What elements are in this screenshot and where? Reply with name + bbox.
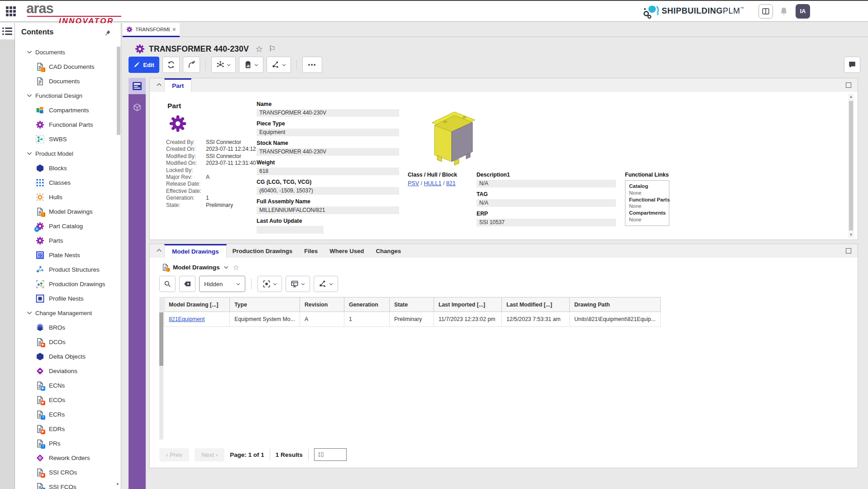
- sidebar-item-dcos[interactable]: ▶ DCOs: [15, 335, 116, 349]
- sidebar-item-classes[interactable]: Classes: [15, 175, 116, 190]
- last-auto-update-field: [257, 226, 324, 234]
- notifications-button[interactable]: [777, 4, 791, 19]
- sidebar-item-production-drawings[interactable]: Production Drawings: [15, 277, 116, 291]
- refresh-button[interactable]: [162, 57, 180, 73]
- tab-production-drawings[interactable]: Production Drawings: [227, 244, 299, 258]
- sidebar-group-documents[interactable]: Documents: [15, 45, 116, 59]
- cube-view-icon[interactable]: [133, 103, 141, 111]
- collapse-chevron-up-icon[interactable]: [156, 248, 162, 253]
- sidebar-item-blocks[interactable]: Blocks: [15, 161, 116, 175]
- flag-icon[interactable]: ⚐: [268, 44, 276, 54]
- hidden-filter-select[interactable]: Hidden: [199, 276, 245, 292]
- sidebar-item-edrs[interactable]: ▶ EDRs: [15, 422, 116, 436]
- col-state[interactable]: State: [389, 297, 434, 312]
- toc-menu-icon[interactable]: [2, 27, 12, 36]
- sidebar-group-product-model[interactable]: Product Model: [15, 146, 116, 161]
- chevron-down-icon[interactable]: [224, 265, 229, 269]
- toggle-panel-button[interactable]: [758, 4, 773, 19]
- sidebar-item-bros[interactable]: BROs: [15, 320, 116, 335]
- app-launcher-grid-icon[interactable]: [5, 6, 16, 17]
- sidebar-item-documents[interactable]: Documents: [15, 74, 116, 88]
- favorite-star-icon[interactable]: ☆: [255, 44, 263, 54]
- tab-model-drawings[interactable]: Model Drawings: [164, 244, 227, 258]
- collapse-chevron-up-icon[interactable]: [156, 82, 162, 87]
- col-type[interactable]: Type: [230, 297, 300, 312]
- sidebar-item-model-drawings[interactable]: Model Drawings: [15, 204, 116, 219]
- tab-changes[interactable]: Changes: [370, 244, 407, 258]
- close-icon[interactable]: ×: [172, 26, 176, 33]
- form-view-button[interactable]: [129, 78, 146, 94]
- scroll-down-icon[interactable]: ▼: [848, 233, 854, 237]
- form-scrollbar-thumb[interactable]: [849, 101, 853, 230]
- col-generation[interactable]: Generation: [344, 297, 389, 312]
- sidebar-item-swbs[interactable]: SWBS: [15, 132, 116, 146]
- grid-scrollbar-thumb[interactable]: [159, 312, 163, 366]
- tab-where-used[interactable]: Where Used: [324, 244, 370, 258]
- prev-page-button[interactable]: ‹ Prev: [159, 448, 189, 461]
- maximize-icon[interactable]: [846, 248, 851, 254]
- sidebar-item-part-catalog[interactable]: ★ Part Catalog: [15, 219, 116, 233]
- col-revision[interactable]: Revision: [300, 297, 344, 312]
- pin-icon[interactable]: [104, 29, 111, 36]
- meta-label: Locked By:: [166, 167, 206, 174]
- sidebar-item-ssi-cros[interactable]: ▶ SSI CROs: [15, 465, 116, 479]
- sidebar-item-delta-objects[interactable]: Delta Objects: [15, 349, 116, 364]
- sidebar-group-change-management[interactable]: Change Management: [15, 306, 116, 320]
- col-last-modified[interactable]: Last Modified [...]: [501, 297, 569, 312]
- promote-button[interactable]: [183, 57, 200, 73]
- next-page-button[interactable]: Next ›: [195, 448, 224, 461]
- sidebar-scroll-down-icon[interactable]: ▼: [116, 482, 120, 486]
- sidebar-item-parts[interactable]: Parts: [15, 233, 116, 248]
- scroll-up-icon[interactable]: ▲: [848, 95, 854, 99]
- sidebar-item-ecos[interactable]: ▶ ECOs: [15, 393, 116, 407]
- sidebar-item-cad-documents[interactable]: CAD Documents: [15, 59, 116, 74]
- sidebar-item-hulls[interactable]: Hulls: [15, 190, 116, 204]
- item-label: Profile Nests: [49, 295, 84, 302]
- model-drawing-link[interactable]: 821Equipment: [169, 316, 205, 322]
- sidebar-item-compartments[interactable]: Compartments: [15, 103, 116, 117]
- reports-menu-button[interactable]: [239, 57, 263, 73]
- structure-menu-button[interactable]: [211, 57, 236, 73]
- sidebar-item-plate-nests[interactable]: Plate Nests: [15, 248, 116, 262]
- col-last-imported[interactable]: Last Imported [...]: [434, 297, 501, 312]
- sidebar-item-functional-parts[interactable]: Functional Parts: [15, 117, 116, 132]
- sidebar-item-prs[interactable]: ! PRs: [15, 436, 116, 451]
- hexagon-icon: [36, 352, 44, 361]
- sidebar-item-product-structures[interactable]: Product Structures: [15, 262, 116, 277]
- class-link[interactable]: PSV: [408, 180, 419, 187]
- clear-search-button[interactable]: [179, 276, 196, 292]
- part-form-tab[interactable]: Part: [164, 78, 191, 92]
- share-menu-button[interactable]: [267, 57, 291, 73]
- app-header: aras INNOVATOR SHIPBUILDINGPLM™ IA: [0, 0, 868, 22]
- page-size-input[interactable]: [314, 448, 347, 461]
- search-button[interactable]: [159, 276, 176, 292]
- sidebar-item-rework-orders[interactable]: Rework Orders: [15, 451, 116, 465]
- tab-label: Files: [304, 248, 318, 254]
- window-tab-transformer[interactable]: TRANSFORME... ×: [123, 23, 180, 37]
- maximize-icon[interactable]: [846, 82, 851, 88]
- select-scope-button[interactable]: [258, 276, 282, 292]
- sidebar-item-ssi-fcos[interactable]: ▶ SSI FCOs: [15, 479, 116, 489]
- sidebar-item-deviations[interactable]: Deviations: [15, 364, 116, 378]
- sidebar-item-profile-nests[interactable]: Profile Nests: [15, 291, 116, 306]
- discussion-panel-button[interactable]: [844, 57, 860, 73]
- grid-share-button[interactable]: [314, 276, 338, 292]
- edit-button[interactable]: Edit: [129, 57, 159, 73]
- sidebar-group-functional-design[interactable]: Functional Design: [15, 88, 116, 103]
- user-avatar[interactable]: IA: [796, 4, 810, 19]
- results-count: 1 Results: [276, 451, 303, 458]
- col-drawing-path[interactable]: Drawing Path: [569, 297, 660, 312]
- display-options-button[interactable]: [286, 276, 310, 292]
- block-link[interactable]: 821: [446, 180, 456, 187]
- more-actions-button[interactable]: •••: [302, 57, 322, 73]
- sidebar-item-ecns[interactable]: ▶ ECNs: [15, 378, 116, 393]
- table-row[interactable]: 821Equipment Equipment System Mo... A 1 …: [164, 312, 661, 327]
- hull-link[interactable]: HULL1: [424, 180, 441, 187]
- tab-files[interactable]: Files: [298, 244, 324, 258]
- favorite-star-icon[interactable]: ☆: [233, 263, 239, 272]
- tab-label: Production Drawings: [233, 248, 293, 254]
- sidebar-item-ecrs[interactable]: ? ECRs: [15, 407, 116, 422]
- col-model-drawing[interactable]: Model Drawing [...]: [164, 297, 230, 312]
- sidebar-scrollbar[interactable]: [117, 47, 120, 135]
- item-label: Compartments: [49, 107, 89, 114]
